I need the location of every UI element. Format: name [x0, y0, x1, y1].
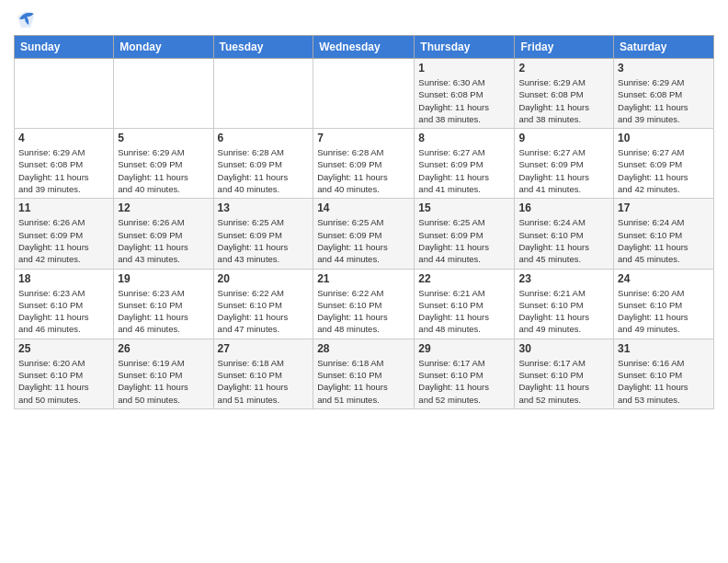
day-info: Sunrise: 6:23 AM Sunset: 6:10 PM Dayligh…	[18, 287, 109, 336]
day-info: Sunrise: 6:18 AM Sunset: 6:10 PM Dayligh…	[317, 357, 410, 406]
calendar-cell: 26Sunrise: 6:19 AM Sunset: 6:10 PM Dayli…	[114, 339, 213, 408]
calendar-cell: 21Sunrise: 6:22 AM Sunset: 6:10 PM Dayli…	[313, 269, 415, 339]
day-number: 20	[218, 272, 310, 285]
day-info: Sunrise: 6:17 AM Sunset: 6:10 PM Dayligh…	[418, 357, 510, 406]
calendar-cell: 27Sunrise: 6:18 AM Sunset: 6:10 PM Dayli…	[213, 339, 313, 408]
day-number: 7	[317, 132, 410, 144]
calendar-week-row: 11Sunrise: 6:26 AM Sunset: 6:09 PM Dayli…	[15, 199, 714, 269]
calendar-cell: 20Sunrise: 6:22 AM Sunset: 6:10 PM Dayli…	[213, 269, 313, 339]
calendar-cell: 8Sunrise: 6:27 AM Sunset: 6:09 PM Daylig…	[415, 129, 515, 199]
day-number: 4	[18, 132, 109, 144]
column-header-tuesday: Tuesday	[213, 36, 313, 59]
day-number: 22	[418, 272, 510, 285]
day-number: 19	[118, 272, 209, 285]
calendar-cell: 4Sunrise: 6:29 AM Sunset: 6:08 PM Daylig…	[15, 129, 114, 199]
day-number: 16	[518, 201, 609, 214]
calendar-cell: 22Sunrise: 6:21 AM Sunset: 6:10 PM Dayli…	[415, 269, 515, 339]
calendar-cell: 23Sunrise: 6:21 AM Sunset: 6:10 PM Dayli…	[515, 269, 614, 339]
day-info: Sunrise: 6:26 AM Sunset: 6:09 PM Dayligh…	[118, 216, 209, 265]
column-header-sunday: Sunday	[15, 36, 114, 59]
day-number: 5	[118, 132, 209, 144]
day-number: 1	[418, 62, 510, 75]
day-info: Sunrise: 6:17 AM Sunset: 6:10 PM Dayligh…	[518, 357, 609, 406]
day-number: 24	[618, 272, 710, 285]
day-number: 21	[317, 272, 410, 285]
day-info: Sunrise: 6:23 AM Sunset: 6:10 PM Dayligh…	[118, 287, 209, 336]
column-header-friday: Friday	[515, 36, 614, 59]
column-header-saturday: Saturday	[614, 36, 714, 59]
calendar-cell: 16Sunrise: 6:24 AM Sunset: 6:10 PM Dayli…	[515, 199, 614, 269]
day-info: Sunrise: 6:20 AM Sunset: 6:10 PM Dayligh…	[18, 357, 109, 406]
day-number: 2	[518, 62, 609, 75]
day-info: Sunrise: 6:22 AM Sunset: 6:10 PM Dayligh…	[218, 287, 310, 336]
calendar-cell: 15Sunrise: 6:25 AM Sunset: 6:09 PM Dayli…	[415, 199, 515, 269]
calendar-cell: 28Sunrise: 6:18 AM Sunset: 6:10 PM Dayli…	[313, 339, 415, 408]
calendar-cell	[313, 59, 415, 129]
day-info: Sunrise: 6:21 AM Sunset: 6:10 PM Dayligh…	[418, 287, 510, 336]
column-header-wednesday: Wednesday	[313, 36, 415, 59]
day-info: Sunrise: 6:28 AM Sunset: 6:09 PM Dayligh…	[317, 146, 410, 195]
day-number: 11	[18, 201, 109, 214]
header	[14, 9, 714, 29]
day-number: 27	[218, 342, 310, 355]
calendar-cell: 6Sunrise: 6:28 AM Sunset: 6:09 PM Daylig…	[213, 129, 313, 199]
calendar-cell: 24Sunrise: 6:20 AM Sunset: 6:10 PM Dayli…	[614, 269, 714, 339]
calendar-cell: 5Sunrise: 6:29 AM Sunset: 6:09 PM Daylig…	[114, 129, 213, 199]
day-number: 15	[418, 201, 510, 214]
day-number: 28	[317, 342, 410, 355]
day-number: 18	[18, 272, 109, 285]
calendar-cell: 17Sunrise: 6:24 AM Sunset: 6:10 PM Dayli…	[614, 199, 714, 269]
calendar-week-row: 4Sunrise: 6:29 AM Sunset: 6:08 PM Daylig…	[15, 129, 714, 199]
day-number: 13	[218, 201, 310, 214]
day-info: Sunrise: 6:29 AM Sunset: 6:08 PM Dayligh…	[618, 76, 710, 125]
column-header-monday: Monday	[114, 36, 213, 59]
day-info: Sunrise: 6:25 AM Sunset: 6:09 PM Dayligh…	[317, 216, 410, 265]
day-info: Sunrise: 6:27 AM Sunset: 6:09 PM Dayligh…	[618, 146, 710, 195]
calendar-cell: 10Sunrise: 6:27 AM Sunset: 6:09 PM Dayli…	[614, 129, 714, 199]
day-info: Sunrise: 6:27 AM Sunset: 6:09 PM Dayligh…	[518, 146, 609, 195]
day-info: Sunrise: 6:16 AM Sunset: 6:10 PM Dayligh…	[618, 357, 710, 406]
calendar-cell: 13Sunrise: 6:25 AM Sunset: 6:09 PM Dayli…	[213, 199, 313, 269]
day-number: 3	[618, 62, 710, 75]
calendar: SundayMondayTuesdayWednesdayThursdayFrid…	[14, 35, 714, 409]
day-info: Sunrise: 6:25 AM Sunset: 6:09 PM Dayligh…	[418, 216, 510, 265]
day-info: Sunrise: 6:25 AM Sunset: 6:09 PM Dayligh…	[218, 216, 310, 265]
logo-bird-icon	[16, 9, 36, 29]
day-number: 26	[118, 342, 209, 355]
calendar-cell: 1Sunrise: 6:30 AM Sunset: 6:08 PM Daylig…	[415, 59, 515, 129]
day-number: 31	[618, 342, 710, 355]
logo	[14, 9, 36, 29]
calendar-week-row: 25Sunrise: 6:20 AM Sunset: 6:10 PM Dayli…	[15, 339, 714, 408]
calendar-cell: 2Sunrise: 6:29 AM Sunset: 6:08 PM Daylig…	[515, 59, 614, 129]
day-number: 9	[518, 132, 609, 144]
calendar-week-row: 18Sunrise: 6:23 AM Sunset: 6:10 PM Dayli…	[15, 269, 714, 339]
calendar-cell: 31Sunrise: 6:16 AM Sunset: 6:10 PM Dayli…	[614, 339, 714, 408]
day-number: 12	[118, 201, 209, 214]
column-header-thursday: Thursday	[415, 36, 515, 59]
calendar-cell: 9Sunrise: 6:27 AM Sunset: 6:09 PM Daylig…	[515, 129, 614, 199]
calendar-cell: 11Sunrise: 6:26 AM Sunset: 6:09 PM Dayli…	[15, 199, 114, 269]
day-info: Sunrise: 6:29 AM Sunset: 6:08 PM Dayligh…	[18, 146, 109, 195]
day-info: Sunrise: 6:28 AM Sunset: 6:09 PM Dayligh…	[218, 146, 310, 195]
day-info: Sunrise: 6:29 AM Sunset: 6:09 PM Dayligh…	[118, 146, 209, 195]
calendar-cell: 14Sunrise: 6:25 AM Sunset: 6:09 PM Dayli…	[313, 199, 415, 269]
calendar-header-row: SundayMondayTuesdayWednesdayThursdayFrid…	[15, 36, 714, 59]
calendar-cell: 29Sunrise: 6:17 AM Sunset: 6:10 PM Dayli…	[415, 339, 515, 408]
day-info: Sunrise: 6:24 AM Sunset: 6:10 PM Dayligh…	[518, 216, 609, 265]
day-info: Sunrise: 6:26 AM Sunset: 6:09 PM Dayligh…	[18, 216, 109, 265]
calendar-cell	[114, 59, 213, 129]
day-number: 10	[618, 132, 710, 144]
day-number: 6	[218, 132, 310, 144]
day-info: Sunrise: 6:19 AM Sunset: 6:10 PM Dayligh…	[118, 357, 209, 406]
calendar-cell: 3Sunrise: 6:29 AM Sunset: 6:08 PM Daylig…	[614, 59, 714, 129]
day-info: Sunrise: 6:29 AM Sunset: 6:08 PM Dayligh…	[518, 76, 609, 125]
calendar-cell	[213, 59, 313, 129]
day-number: 23	[518, 272, 609, 285]
calendar-cell: 30Sunrise: 6:17 AM Sunset: 6:10 PM Dayli…	[515, 339, 614, 408]
day-number: 17	[618, 201, 710, 214]
day-info: Sunrise: 6:21 AM Sunset: 6:10 PM Dayligh…	[518, 287, 609, 336]
day-info: Sunrise: 6:18 AM Sunset: 6:10 PM Dayligh…	[218, 357, 310, 406]
calendar-week-row: 1Sunrise: 6:30 AM Sunset: 6:08 PM Daylig…	[15, 59, 714, 129]
day-info: Sunrise: 6:24 AM Sunset: 6:10 PM Dayligh…	[618, 216, 710, 265]
day-info: Sunrise: 6:22 AM Sunset: 6:10 PM Dayligh…	[317, 287, 410, 336]
